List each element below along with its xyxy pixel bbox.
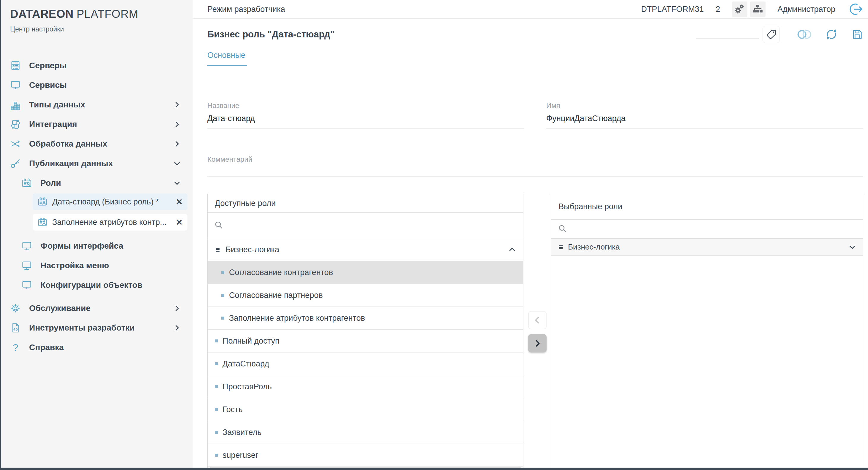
chevron-right-icon (173, 121, 181, 128)
selected-roles-title: Выбранные роли (551, 194, 863, 220)
settings-button[interactable] (732, 1, 747, 17)
system-name-field[interactable]: Имя ФунцииДатаСтюарда (546, 101, 863, 129)
comment-field[interactable]: Комментарий (207, 155, 863, 176)
tab-main[interactable]: Основные (207, 51, 247, 66)
role-row[interactable]: ДатаСтюард (208, 352, 523, 375)
role-group-label: Бизнес-логика (568, 242, 620, 251)
chevron-down-icon (848, 243, 856, 251)
sidebar-item-help[interactable]: ? Справка (0, 338, 193, 357)
logout-icon (847, 2, 864, 16)
role-row[interactable]: Согласование партнеров (208, 284, 523, 307)
chevron-left-icon (533, 316, 542, 325)
open-tab-fill-attributes[interactable]: Заполнение атрибутов контр... ✕ (33, 214, 187, 231)
role-bullet-icon (221, 294, 224, 297)
role-row-selected[interactable]: Согласование контрагентов (208, 261, 523, 284)
sidebar-item-label: Сервисы (29, 80, 67, 90)
chevron-down-icon (173, 160, 181, 167)
tag-icon (766, 29, 777, 40)
sidebar-item-label: Интеграция (29, 120, 77, 129)
role-bullet-icon (215, 431, 218, 434)
save-icon (851, 29, 863, 40)
role-form: Название Дата-стюард Имя ФунцииДатаСтюар… (207, 101, 863, 129)
chevron-right-icon (173, 324, 181, 332)
name-field[interactable]: Название Дата-стюард (207, 101, 524, 129)
sidebar-item-maintenance[interactable]: Обслуживание (0, 299, 193, 318)
data-types-icon (10, 99, 21, 110)
sidebar-item-label: Серверы (29, 61, 66, 70)
open-tab-data-steward[interactable]: Дата-стюард (Бизнес роль) * ✕ (33, 194, 187, 210)
header-tools (696, 26, 863, 43)
selected-search-input[interactable] (551, 220, 863, 239)
role-row[interactable]: ПростаяРоль (208, 375, 523, 398)
chevron-right-icon (173, 304, 181, 312)
sidebar-item-roles[interactable]: Роли (0, 173, 193, 193)
role-bullet-icon (221, 316, 224, 320)
role-bullet-icon (215, 385, 218, 388)
topbar-right: DTPLATFORM31 2 Администратор (641, 1, 864, 17)
server-name: DTPLATFORM31 (641, 5, 704, 14)
sidebar-item-label: Конфигурации объектов (40, 280, 142, 290)
role-row[interactable]: superuser (208, 444, 523, 467)
sidebar-item-integration[interactable]: Интеграция (0, 114, 193, 134)
role-row[interactable]: Заполнение атрибутов контрагентов (208, 307, 523, 330)
tag-button[interactable] (763, 26, 780, 43)
question-mark-icon: ? (10, 342, 21, 354)
role-label: Заявитель (222, 428, 261, 437)
sidebar-item-data-types[interactable]: Типы данных (0, 95, 193, 114)
window-bottom-edge (0, 468, 868, 470)
search-icon (214, 221, 224, 231)
available-search-input[interactable] (208, 213, 523, 238)
user-name: Администратор (777, 5, 835, 14)
role-label: superuser (222, 451, 258, 460)
list-icon (215, 246, 221, 253)
role-row[interactable]: Заявитель (208, 421, 523, 444)
sidebar-item-label: Роли (40, 178, 61, 188)
logout-button[interactable] (847, 2, 864, 16)
toggle-icon (797, 29, 814, 40)
role-group-label: Бизнес-логика (225, 245, 279, 254)
sidebar: DATAREONPLATFORM Центр настройки Серверы… (0, 0, 193, 470)
selected-role-group-row[interactable]: Бизнес-логика (551, 239, 863, 256)
sidebar-subtitle: Центр настройки (0, 25, 193, 33)
sidebar-item-dev-tools[interactable]: Инструменты разработки (0, 318, 193, 338)
sidebar-item-label: Типы данных (29, 100, 85, 109)
page-body: Бизнес роль "Дата-стюард" (193, 19, 868, 470)
sidebar-item-object-configs[interactable]: Конфигурации объектов (0, 275, 193, 295)
close-icon[interactable]: ✕ (176, 217, 183, 227)
toggle-view-button[interactable] (797, 29, 814, 40)
role-label: Согласование партнеров (229, 291, 323, 300)
page-header: Бизнес роль "Дата-стюард" (207, 25, 863, 44)
sidebar-item-data-processing[interactable]: Обработка данных (0, 134, 193, 154)
role-badge-icon (21, 178, 32, 189)
servers-icon (10, 60, 21, 71)
role-bullet-icon (215, 362, 218, 365)
close-icon[interactable]: ✕ (176, 197, 183, 207)
key-icon (10, 158, 21, 169)
tag-input[interactable] (696, 30, 759, 39)
role-group-row[interactable]: Бизнес-логика (208, 238, 523, 261)
name-label: Название (207, 101, 524, 110)
refresh-button[interactable] (825, 28, 838, 41)
role-row[interactable]: Полный доступ (208, 330, 523, 352)
hierarchy-button[interactable] (750, 1, 766, 17)
shuffle-icon (10, 139, 21, 149)
sidebar-item-label: Публикация данных (29, 159, 113, 168)
logo-secondary: PLATFORM (76, 8, 138, 20)
sidebar-item-servers[interactable]: Серверы (0, 56, 193, 75)
page-title: Бизнес роль "Дата-стюард" (207, 29, 335, 40)
role-label: ДатаСтюард (222, 359, 269, 369)
available-roles-title: Доступные роли (208, 194, 523, 213)
search-icon (558, 224, 568, 234)
system-name-label: Имя (546, 101, 863, 110)
sidebar-nav: Серверы Сервисы Типы данных Интеграция О… (0, 56, 193, 357)
role-badge-icon (37, 197, 48, 207)
role-row[interactable]: Гость (208, 398, 523, 421)
save-button[interactable] (851, 29, 863, 40)
move-left-button[interactable] (528, 311, 547, 329)
sidebar-item-data-publication[interactable]: Публикация данных (0, 154, 193, 173)
sidebar-item-menu-setup[interactable]: Настройка меню (0, 256, 193, 275)
logo: DATAREONPLATFORM (0, 8, 193, 21)
sidebar-item-interface-forms[interactable]: Формы интерфейса (0, 236, 193, 256)
move-right-button[interactable] (528, 334, 547, 352)
sidebar-item-services[interactable]: Сервисы (0, 75, 193, 95)
